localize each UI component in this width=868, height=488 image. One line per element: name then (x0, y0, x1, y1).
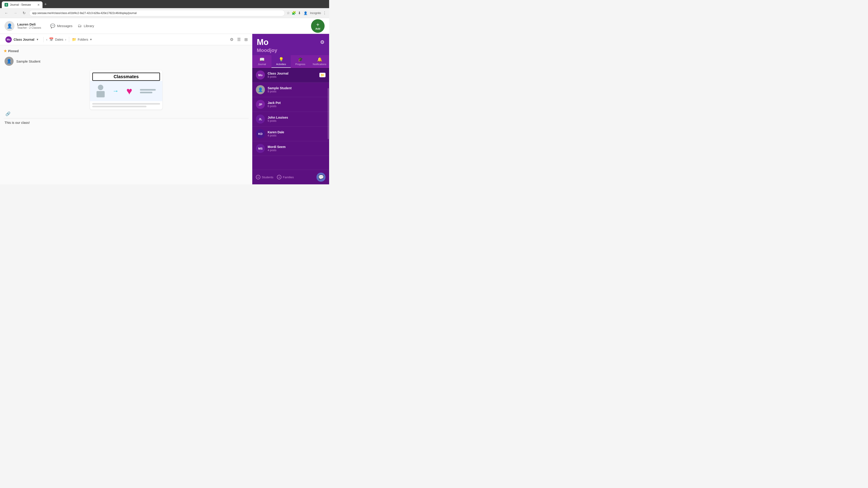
user-text: Lauren Deli Teacher - 2 Classes (17, 22, 41, 29)
classmates-visual: → ♥ (90, 81, 162, 101)
pinned-label: ★ Pinned (4, 49, 249, 53)
class-selector[interactable]: Mo Class Journal ▼ (4, 35, 41, 43)
filter-icon-button[interactable]: ⚙ (229, 36, 235, 43)
library-nav-item[interactable]: 🗂 Library (78, 24, 94, 28)
students-button[interactable]: + Students (256, 175, 273, 180)
sidebar-nav-journal[interactable]: 📖 Journal (252, 55, 272, 67)
journal-nav-icon: 📖 (259, 57, 265, 62)
journal-nav-label: Journal (258, 63, 266, 66)
sidebar-nav-activities[interactable]: 💡 Activities (272, 55, 291, 68)
sidebar-header: Mo ⚙ Moodjoy (252, 34, 329, 55)
mordi-seem-posts: 4 posts (268, 149, 326, 152)
students-plus-icon: + (256, 175, 260, 180)
prev-arrow-button[interactable]: ‹ (46, 38, 48, 41)
next-arrow-button[interactable]: › (65, 38, 66, 41)
dates-label: Dates (55, 38, 63, 41)
folders-nav[interactable]: 📁 Folders ▼ (72, 37, 92, 41)
karen-dale-avatar: KD (256, 129, 265, 138)
link-icon-area[interactable]: 🔗 (5, 111, 249, 116)
scroll-indicator (328, 88, 329, 139)
notifications-nav-label: Notifications (313, 63, 327, 66)
user-name: Lauren Deli (17, 22, 41, 26)
avatar: 👤 (4, 21, 14, 31)
class-journal-avatar: Mo (256, 70, 265, 79)
activities-nav-label: Activities (276, 63, 286, 66)
incognito-label: Incognito (310, 11, 321, 15)
messages-nav-item[interactable]: 💬 Messages (50, 24, 72, 29)
download-icon[interactable]: ⬇ (298, 11, 301, 15)
sidebar-list-item-sample-student[interactable]: 👤 Sample Student 8 posts (252, 83, 329, 97)
families-plus-icon: + (277, 175, 281, 180)
classmates-bottom-lines (90, 101, 162, 109)
folder-icon: 📁 (72, 37, 76, 41)
app-header: 👤 Lauren Deli Teacher - 2 Classes 💬 Mess… (0, 18, 329, 34)
class-name: Class Journal (13, 38, 34, 41)
john-louises-name: John Louises (268, 116, 326, 119)
messages-icon: 💬 (50, 24, 55, 29)
mordi-seem-info: Mordi Seem 4 posts (268, 145, 326, 152)
profile-icon[interactable]: 👤 (303, 10, 308, 16)
mordi-seem-name: Mordi Seem (268, 145, 326, 149)
left-panel: Mo Class Journal ▼ ‹ 📅 Dates › 📁 Folders… (0, 34, 252, 184)
classmates-title-box: Classmates (92, 72, 160, 81)
bookmark-icon[interactable]: ☆ (287, 11, 290, 15)
new-tab-button[interactable]: + (42, 1, 49, 8)
reload-button[interactable]: ↻ (21, 10, 27, 16)
sidebar-nav-notifications[interactable]: 🔔 Notifications (310, 55, 329, 67)
progress-nav-icon: 🎓 (298, 57, 303, 62)
user-role: Teacher - 2 Classes (17, 26, 41, 29)
menu-icon[interactable]: ⋮ (323, 11, 327, 15)
sidebar-nav: 📖 Journal 💡 Activities 🎓 Progress 🔔 Noti… (252, 55, 329, 68)
sample-student-posts: 8 posts (268, 90, 326, 93)
sidebar-top-row: Mo ⚙ (257, 37, 324, 47)
url-text: app.seesaw.me/#/class/class.e01bf4c2-9a2… (32, 11, 136, 15)
student-item[interactable]: 👤 Sample Student (4, 55, 249, 68)
list-view-button[interactable]: ☰ (236, 36, 242, 43)
add-plus-icon: + (316, 22, 319, 27)
folders-chevron-down-icon: ▼ (90, 38, 92, 41)
caption-text: This is our class! (4, 121, 30, 125)
add-button[interactable]: + Add (311, 19, 324, 33)
toolbar: Mo Class Journal ▼ ‹ 📅 Dates › 📁 Folders… (0, 34, 252, 45)
link-icon: 🔗 (5, 111, 10, 116)
sample-student-info: Sample Student 8 posts (268, 86, 326, 93)
chat-float-button[interactable]: 💬 (316, 173, 326, 182)
toolbar-right: ⚙ ☰ ⊞ (229, 36, 249, 43)
right-sidebar: Mo ⚙ Moodjoy 📖 Journal 💡 Activities 🎓 Pr… (252, 34, 329, 184)
calendar-icon: 📅 (49, 37, 54, 41)
karen-dale-name: Karen Dale (268, 130, 326, 134)
settings-icon-button[interactable]: ⚙ (320, 39, 324, 45)
sidebar-list-item-jack-pot[interactable]: JP Jack Pot 6 posts (252, 97, 329, 112)
student-avatar: 👤 (4, 57, 13, 66)
main-content: Mo Class Journal ▼ ‹ 📅 Dates › 📁 Folders… (0, 34, 329, 184)
back-button[interactable]: ← (3, 10, 10, 16)
tab-favicon: S (4, 3, 8, 6)
forward-button[interactable]: → (12, 10, 19, 16)
grid-view-button[interactable]: ⊞ (243, 36, 249, 43)
caption-area: This is our class! (4, 118, 249, 127)
sidebar-list-item-class-journal[interactable]: Mo Class Journal 8 posts 📁 (252, 68, 329, 83)
sidebar-nav-progress[interactable]: 🎓 Progress (291, 55, 310, 67)
progress-nav-label: Progress (295, 63, 305, 66)
families-button[interactable]: + Families (277, 175, 293, 180)
sidebar-list-item-karen-dale[interactable]: KD Karen Dale 4 posts (252, 127, 329, 141)
folders-label: Folders (78, 38, 88, 41)
activities-nav-icon: 💡 (279, 57, 284, 62)
dates-nav[interactable]: 📅 Dates (49, 37, 63, 41)
person-silhouette (96, 85, 105, 97)
extensions-icon[interactable]: 🧩 (291, 11, 296, 15)
class-journal-info: Class Journal 8 posts (268, 72, 317, 78)
student-name: Sample Student (16, 59, 40, 63)
sample-student-name: Sample Student (268, 86, 326, 90)
tab-close-icon[interactable]: ✕ (37, 3, 40, 6)
karen-dale-posts: 4 posts (268, 134, 326, 137)
browser-tab[interactable]: S Journal - Seesaw ✕ (2, 1, 42, 8)
address-bar[interactable]: app.seesaw.me/#/class/class.e01bf4c2-9a2… (29, 10, 285, 16)
sidebar-list-item-mordi-seem[interactable]: MS Mordi Seem 4 posts (252, 141, 329, 156)
messages-label: Messages (57, 24, 72, 28)
jack-pot-posts: 6 posts (268, 105, 326, 108)
notifications-nav-icon: 🔔 (317, 57, 322, 62)
heart-icon: ♥ (126, 86, 132, 97)
sidebar-list-item-john-louises[interactable]: JL John Louises 5 posts (252, 112, 329, 127)
families-label: Families (283, 175, 293, 179)
